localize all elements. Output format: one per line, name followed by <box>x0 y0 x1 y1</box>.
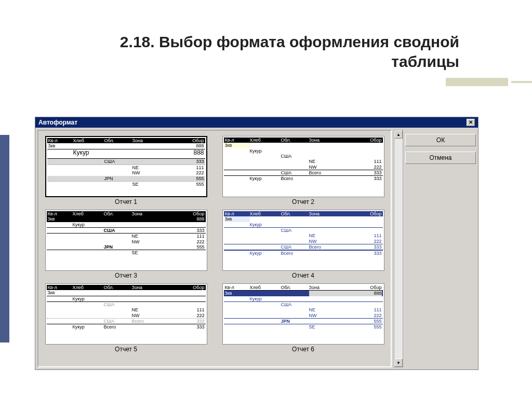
dialog-buttons: ОК Отмена <box>405 130 476 367</box>
format-option-3[interactable]: Кв-лХлебОбл.ЗонаОбор 3кв888 Кукур США333… <box>45 210 207 271</box>
scroll-up-button[interactable]: ▲ <box>394 130 403 139</box>
slide-title: 2.18. Выбор формата оформления сводной т… <box>78 32 459 71</box>
format-gallery: Кв-лХлебОбл.ЗонаОбор 3кв888 Кукур888 США… <box>37 130 392 367</box>
dialog-titlebar[interactable]: Автоформат ✕ <box>35 117 478 128</box>
ok-button[interactable]: ОК <box>405 134 476 146</box>
accent-bars <box>446 78 532 86</box>
left-stripe <box>0 135 9 342</box>
format-option-5[interactable]: Кв-лХлебОбл.ЗонаОбор 3кв Кукур США NE111… <box>45 283 207 345</box>
format-option-6[interactable]: Кв-лХлебОбл.ЗонаОбор 3кв888 Кукур США NE… <box>222 283 384 345</box>
format-option-2[interactable]: Кв-лХлебОбл.ЗонаОбор 3кв Кукур США NE111… <box>222 136 384 197</box>
autoformat-dialog: Автоформат ✕ Кв-лХлебОбл.ЗонаОбор 3кв888… <box>35 117 478 370</box>
format-caption: Отчет 2 <box>292 198 314 205</box>
cancel-button[interactable]: Отмена <box>405 152 476 164</box>
format-caption: Отчет 6 <box>292 346 314 353</box>
format-caption: Отчет 4 <box>292 272 314 279</box>
scroll-down-button[interactable]: ▼ <box>394 359 403 367</box>
format-option-4[interactable]: Кв-лХлебОбл.ЗонаОбор 3кв Кукур США NE111… <box>222 210 384 271</box>
format-option-1[interactable]: Кв-лХлебОбл.ЗонаОбор 3кв888 Кукур888 США… <box>45 136 207 197</box>
dialog-title: Автоформат <box>38 119 77 126</box>
gallery-scrollbar[interactable]: ▲ ▼ <box>394 130 403 367</box>
format-caption: Отчет 5 <box>115 346 137 353</box>
format-caption: Отчет 3 <box>115 272 137 279</box>
format-caption: Отчет 1 <box>115 198 137 205</box>
close-button[interactable]: ✕ <box>467 119 475 126</box>
